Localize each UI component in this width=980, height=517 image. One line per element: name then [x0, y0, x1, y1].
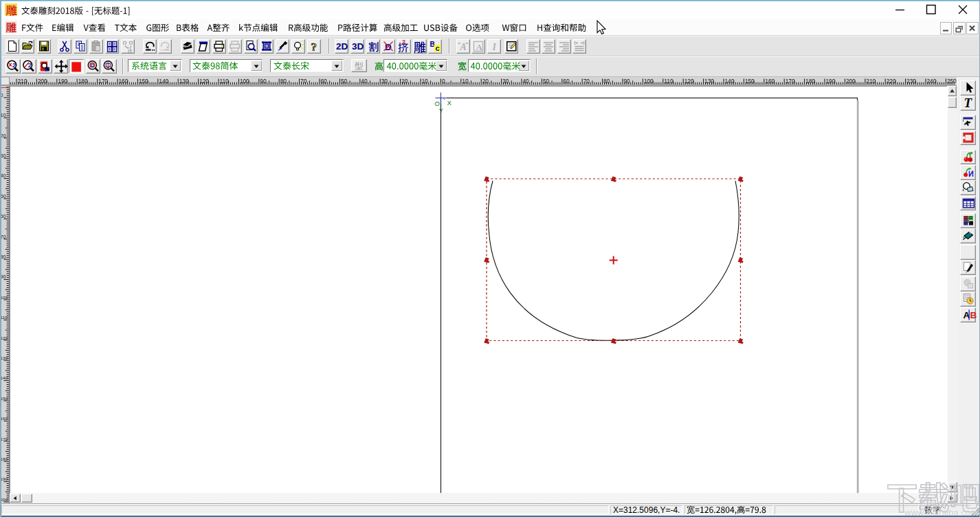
svg-text:0: 0 [442, 78, 445, 85]
svg-text:220: 220 [887, 78, 896, 85]
svg-text:30: 30 [502, 78, 509, 85]
svg-text:140: 140 [725, 78, 735, 85]
svg-text:200: 200 [846, 78, 856, 85]
svg-text:130: 130 [179, 78, 189, 85]
svg-text:250: 250 [947, 78, 957, 85]
svg-text:210: 210 [866, 78, 876, 85]
svg-text:140: 140 [1, 375, 8, 380]
svg-text:40: 40 [523, 78, 530, 85]
svg-text:210: 210 [18, 78, 27, 85]
svg-text:130: 130 [1, 355, 8, 360]
svg-text:70: 70 [300, 78, 307, 85]
svg-text:50: 50 [341, 78, 348, 85]
svg-text:60: 60 [1, 213, 6, 219]
svg-text:50: 50 [543, 78, 550, 85]
svg-text:100: 100 [1, 295, 8, 300]
svg-text:180: 180 [78, 78, 88, 85]
svg-text:90: 90 [260, 78, 267, 85]
svg-text:120: 120 [684, 78, 694, 85]
svg-text:240: 240 [927, 78, 937, 85]
svg-text:90: 90 [624, 78, 631, 85]
svg-text:70: 70 [583, 78, 590, 85]
svg-text:80: 80 [1, 254, 6, 260]
svg-text:190: 190 [826, 78, 836, 85]
svg-text:30: 30 [1, 153, 6, 159]
svg-text:10: 10 [422, 78, 429, 85]
svg-text:70: 70 [1, 234, 6, 240]
svg-text:170: 170 [98, 78, 108, 85]
svg-text:150: 150 [1, 396, 8, 401]
svg-text:160: 160 [119, 78, 129, 85]
svg-text:100: 100 [240, 78, 249, 85]
svg-text:60: 60 [563, 78, 570, 85]
svg-text:110: 110 [664, 78, 673, 85]
svg-text:130: 130 [704, 78, 714, 85]
svg-text:40: 40 [1, 173, 6, 179]
svg-text:150: 150 [139, 78, 148, 85]
svg-text:110: 110 [1, 315, 8, 320]
svg-text:50: 50 [1, 193, 6, 199]
svg-text:90: 90 [1, 274, 6, 280]
svg-text:200: 200 [38, 78, 47, 85]
svg-text:120: 120 [1, 336, 8, 340]
svg-text:190: 190 [1, 476, 8, 481]
svg-text:230: 230 [906, 78, 916, 85]
svg-text:150: 150 [745, 78, 755, 85]
svg-text:110: 110 [220, 78, 230, 85]
svg-text:170: 170 [786, 78, 795, 85]
svg-text:80: 80 [603, 78, 610, 85]
svg-text:140: 140 [159, 78, 168, 85]
svg-text:160: 160 [1, 416, 8, 421]
svg-text:170: 170 [1, 437, 8, 441]
svg-text:30: 30 [381, 78, 388, 85]
svg-text:20: 20 [401, 78, 408, 85]
svg-text:80: 80 [280, 78, 287, 85]
svg-text:40: 40 [361, 78, 368, 85]
svg-text:100: 100 [644, 78, 654, 85]
svg-text:20: 20 [482, 78, 489, 85]
svg-text:10: 10 [462, 78, 469, 85]
svg-text:180: 180 [805, 78, 815, 85]
svg-text:190: 190 [58, 78, 67, 85]
svg-text:120: 120 [199, 78, 209, 85]
svg-text:60: 60 [321, 78, 328, 85]
svg-text:180: 180 [1, 456, 8, 461]
svg-text:160: 160 [765, 78, 775, 85]
svg-text:200: 200 [1, 497, 8, 502]
svg-text:20: 20 [1, 133, 6, 139]
svg-text:10: 10 [1, 112, 6, 118]
